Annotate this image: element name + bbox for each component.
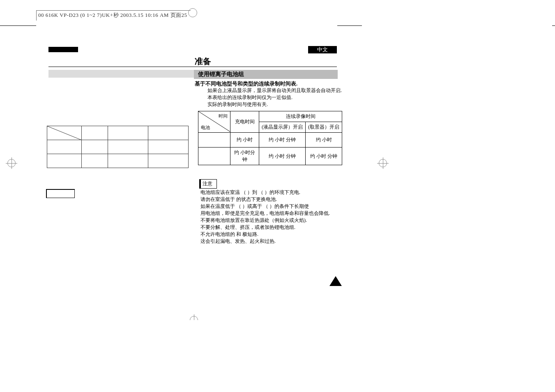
crop-mark [552, 25, 555, 26]
svg-line-0 [47, 126, 82, 140]
body-line: 本表给出的连续录制时间仅为一近似值. [207, 94, 342, 101]
intro-text: 如果合上液晶显示屏，显示屏将自动关闭且取景器会自动开启. 本表给出的连续录制时间… [207, 87, 342, 108]
table-cell [108, 154, 148, 168]
table-cell: 约 小时 分钟 [259, 133, 306, 148]
note-line: 用电池组，即使是完全充足电，电池组寿命和容量也会降低. [200, 210, 342, 217]
table-cell [108, 140, 148, 154]
table-cell [148, 126, 189, 140]
body-line: 实际的录制时间与使用有关. [207, 101, 342, 108]
notes-label-box-left [46, 189, 75, 198]
page-marker-circle [188, 8, 197, 17]
document-header: 00 616K VP-D23 (0 1~2 7)UK+秒 2003.5.15 1… [36, 10, 191, 21]
note-line: 不允许电池组的 和 极短路. [200, 231, 342, 238]
note-line: 请勿在室温低于 的状态下更换电池. [200, 196, 342, 203]
table-cell [82, 126, 108, 140]
subtitle: 基于不同电池型号和类型的连续录制时间表. [195, 81, 297, 88]
note-line: 不要分解、处理、挤压，或者加热锂电池组. [200, 224, 342, 231]
table-cell: 约 小时 分钟 [259, 148, 306, 165]
table-header-lcd: (液晶显示屏）开启 [259, 122, 306, 133]
table-cell [47, 154, 82, 168]
note-line: 如果在温度低于 （ ）或高于 （ ）的条件下长期使 [200, 203, 342, 210]
table-cell [82, 154, 108, 168]
note-line: 电池组应该在室温 （ ）到 （ ）的环境下充电. [200, 189, 342, 196]
crop-mark [337, 25, 362, 26]
registration-mark [188, 314, 200, 320]
crop-mark [0, 25, 36, 26]
note-line: 这会引起漏电、发热、起火和过热. [200, 238, 342, 245]
notes-list: 电池组应该在室温 （ ）到 （ ）的环境下充电. 请勿在室温低于 的状态下更换电… [200, 189, 342, 245]
recording-time-table: 时间 电池 充电时间 连续录像时间 (液晶显示屏）开启 (取景器）开启 约 小时… [198, 111, 342, 165]
black-bar [48, 47, 78, 52]
registration-mark [6, 157, 17, 169]
table-cell [47, 126, 82, 140]
diag-label-bottom: 电池 [201, 125, 210, 131]
table-cell [148, 140, 189, 154]
table-cell: 约 小时 分钟 [306, 148, 342, 165]
left-placeholder-table [47, 126, 189, 168]
language-label: 中文 [308, 46, 337, 53]
table-cell-battery1 [198, 133, 230, 148]
table-cell [148, 154, 189, 168]
section-heading: 使用锂离子电池组 [194, 70, 338, 79]
table-header-charge: 充电时间 [230, 111, 259, 133]
registration-mark [377, 157, 389, 169]
table-cell-battery2 [198, 148, 230, 165]
table-cell [47, 140, 82, 154]
header-text: 00 616K VP-D23 (0 1~2 7)UK+秒 2003.5.15 1… [36, 10, 191, 21]
title-underline [48, 67, 337, 67]
body-line: 如果合上液晶显示屏，显示屏将自动关闭且取景器会自动开启. [207, 87, 342, 94]
table-cell [82, 140, 108, 154]
triangle-icon [329, 276, 342, 286]
table-header-diagonal: 时间 电池 [198, 111, 230, 133]
diag-label-top: 时间 [219, 113, 228, 119]
table-cell [108, 126, 148, 140]
table-header-evf: (取景器）开启 [306, 122, 342, 133]
table-header-recording: 连续录像时间 [259, 111, 342, 122]
table-cell: 约 小时 [306, 133, 342, 148]
page-title: 准备 [195, 56, 211, 67]
table-cell: 约 小时分钟 [230, 148, 259, 165]
note-line: 不要将电池组放置在靠近热源处（例如火或火焰). [200, 217, 342, 224]
notes-label: 注意 [199, 179, 217, 189]
table-cell: 约 小时 [230, 133, 259, 148]
